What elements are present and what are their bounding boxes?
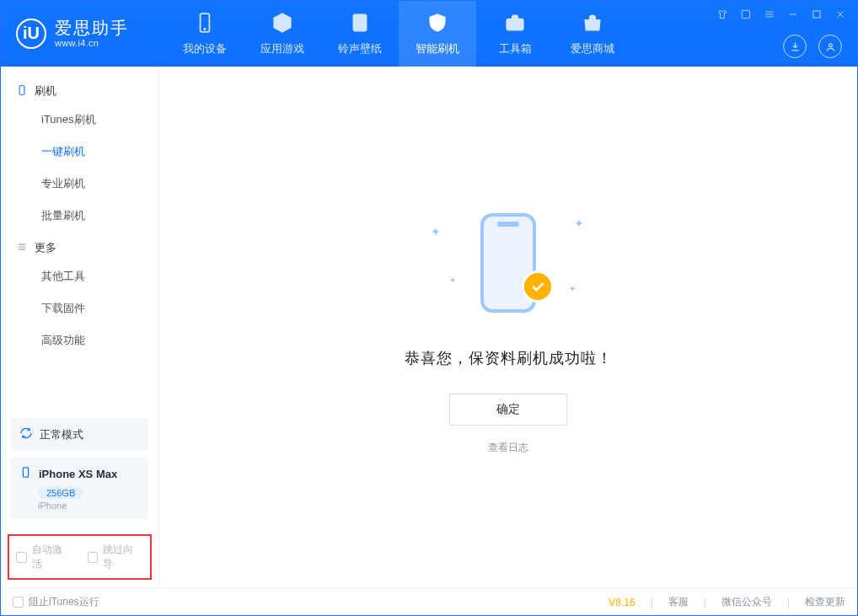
tab-label: 应用游戏 bbox=[260, 41, 304, 56]
brand-text: 爱思助手 www.i4.cn bbox=[55, 19, 129, 49]
cube-icon bbox=[271, 12, 293, 36]
tab-label: 铃声壁纸 bbox=[338, 41, 382, 56]
device-type: iPhone bbox=[38, 501, 140, 511]
checkbox-label: 跳过向导 bbox=[103, 543, 143, 571]
checkbox-label: 阻止iTunes运行 bbox=[29, 595, 99, 609]
tab-flash[interactable]: 智能刷机 bbox=[399, 1, 476, 67]
mode-card[interactable]: 正常模式 bbox=[11, 418, 148, 451]
svg-rect-5 bbox=[813, 11, 820, 18]
brand-logo: iU bbox=[16, 19, 46, 49]
body: 刷机 iTunes刷机 一键刷机 专业刷机 批量刷机 更多 其他工具 下载固件 … bbox=[1, 67, 857, 588]
brand-name: 爱思助手 bbox=[55, 19, 129, 38]
sidebar-group-flash: 刷机 bbox=[1, 75, 158, 104]
phone-outline-icon bbox=[16, 84, 28, 99]
svg-rect-3 bbox=[507, 19, 523, 29]
separator: | bbox=[697, 597, 713, 608]
sparkle-icon: ✦ bbox=[569, 284, 576, 293]
device-title: iPhone XS Max bbox=[19, 466, 140, 481]
footer-link-support[interactable]: 客服 bbox=[668, 595, 689, 609]
shirt-button[interactable] bbox=[714, 6, 731, 23]
tab-device[interactable]: 我的设备 bbox=[166, 1, 244, 67]
sidebar-item-firmware[interactable]: 下载固件 bbox=[1, 292, 158, 324]
sidebar-item-other[interactable]: 其他工具 bbox=[1, 260, 158, 292]
tab-tools[interactable]: 工具箱 bbox=[476, 1, 554, 67]
minimize-button[interactable] bbox=[785, 6, 802, 23]
shop-icon bbox=[582, 12, 603, 36]
checkbox-box-icon bbox=[13, 597, 24, 608]
success-illustration: ✦ ✦ ✦ ✦ bbox=[424, 200, 593, 326]
group-label: 刷机 bbox=[35, 83, 56, 99]
main-panel: ✦ ✦ ✦ ✦ 恭喜您，保资料刷机成功啦！ 确定 查看日志 bbox=[159, 67, 857, 588]
menu-button[interactable] bbox=[761, 6, 778, 23]
checkbox-skip-guide[interactable]: 跳过向导 bbox=[88, 543, 144, 571]
separator: | bbox=[780, 597, 796, 608]
svg-rect-4 bbox=[742, 10, 749, 18]
brand: iU 爱思助手 www.i4.cn bbox=[16, 1, 159, 67]
svg-point-1 bbox=[204, 28, 206, 29]
checkbox-label: 自动激活 bbox=[32, 543, 72, 571]
sidebar-item-onekey[interactable]: 一键刷机 bbox=[1, 136, 158, 168]
sidebar-item-batch[interactable]: 批量刷机 bbox=[1, 200, 158, 232]
device-card[interactable]: iPhone XS Max 256GB iPhone bbox=[11, 458, 148, 519]
maximize-button[interactable] bbox=[808, 6, 825, 23]
skin-button[interactable] bbox=[737, 6, 754, 23]
checkbox-stop-itunes[interactable]: 阻止iTunes运行 bbox=[13, 595, 99, 609]
menu-lines-icon bbox=[16, 241, 28, 255]
close-button[interactable] bbox=[832, 6, 849, 23]
checkbox-box-icon bbox=[88, 552, 99, 563]
footer: 阻止iTunes运行 V8.16 | 客服 | 微信公众号 | 检查更新 bbox=[1, 588, 857, 615]
sparkle-icon: ✦ bbox=[431, 225, 441, 238]
tab-label: 工具箱 bbox=[499, 41, 532, 56]
device-name: iPhone XS Max bbox=[39, 468, 117, 480]
header: iU 爱思助手 www.i4.cn 我的设备 应用游戏 铃声壁纸 智能刷机 bbox=[1, 1, 857, 67]
checkbox-box-icon bbox=[16, 552, 27, 563]
user-button[interactable] bbox=[818, 35, 842, 58]
checkbox-auto-activate[interactable]: 自动激活 bbox=[16, 543, 72, 571]
brand-url: www.i4.cn bbox=[55, 38, 129, 49]
sidebar-item-itunes[interactable]: iTunes刷机 bbox=[1, 104, 158, 136]
window-controls bbox=[714, 6, 849, 23]
tab-shop[interactable]: 爱思商城 bbox=[554, 1, 631, 67]
sidebar-scroll: 刷机 iTunes刷机 一键刷机 专业刷机 批量刷机 更多 其他工具 下载固件 … bbox=[1, 67, 158, 418]
sidebar-item-advanced[interactable]: 高级功能 bbox=[1, 324, 158, 356]
storage-badge: 256GB bbox=[38, 487, 83, 499]
tab-ring[interactable]: 铃声壁纸 bbox=[321, 1, 399, 67]
music-doc-icon bbox=[349, 12, 371, 36]
download-button[interactable] bbox=[783, 35, 807, 58]
ok-button[interactable]: 确定 bbox=[449, 394, 567, 426]
check-badge-icon bbox=[522, 271, 554, 303]
sync-icon bbox=[19, 426, 33, 442]
svg-rect-7 bbox=[19, 85, 24, 94]
footer-link-update[interactable]: 检查更新 bbox=[805, 595, 845, 609]
view-log-link[interactable]: 查看日志 bbox=[488, 441, 528, 455]
header-tabs: 我的设备 应用游戏 铃声壁纸 智能刷机 工具箱 爱思商城 bbox=[166, 1, 631, 67]
tab-label: 智能刷机 bbox=[416, 41, 459, 56]
device-icon bbox=[19, 466, 32, 481]
svg-rect-8 bbox=[23, 468, 28, 477]
svg-point-6 bbox=[829, 43, 832, 46]
group-label: 更多 bbox=[35, 240, 56, 255]
separator: | bbox=[644, 597, 660, 608]
sparkle-icon: ✦ bbox=[449, 276, 456, 285]
sidebar: 刷机 iTunes刷机 一键刷机 专业刷机 批量刷机 更多 其他工具 下载固件 … bbox=[1, 67, 159, 588]
tab-apps[interactable]: 应用游戏 bbox=[244, 1, 321, 67]
header-actions bbox=[783, 35, 842, 58]
version-label: V8.16 bbox=[609, 597, 635, 608]
tab-label: 爱思商城 bbox=[571, 41, 614, 56]
checkbox-row: 自动激活 跳过向导 bbox=[8, 534, 152, 580]
phone-icon bbox=[194, 12, 216, 36]
tab-label: 我的设备 bbox=[183, 41, 227, 56]
success-text: 恭喜您，保资料刷机成功啦！ bbox=[405, 348, 613, 368]
shield-sync-icon bbox=[426, 12, 448, 36]
sidebar-item-pro[interactable]: 专业刷机 bbox=[1, 168, 158, 200]
sidebar-group-more: 更多 bbox=[1, 232, 158, 260]
footer-link-wechat[interactable]: 微信公众号 bbox=[721, 595, 772, 609]
sparkle-icon: ✦ bbox=[574, 217, 584, 230]
mode-label: 正常模式 bbox=[40, 427, 83, 442]
app-window: iU 爱思助手 www.i4.cn 我的设备 应用游戏 铃声壁纸 智能刷机 bbox=[0, 0, 858, 616]
briefcase-icon bbox=[504, 12, 526, 36]
